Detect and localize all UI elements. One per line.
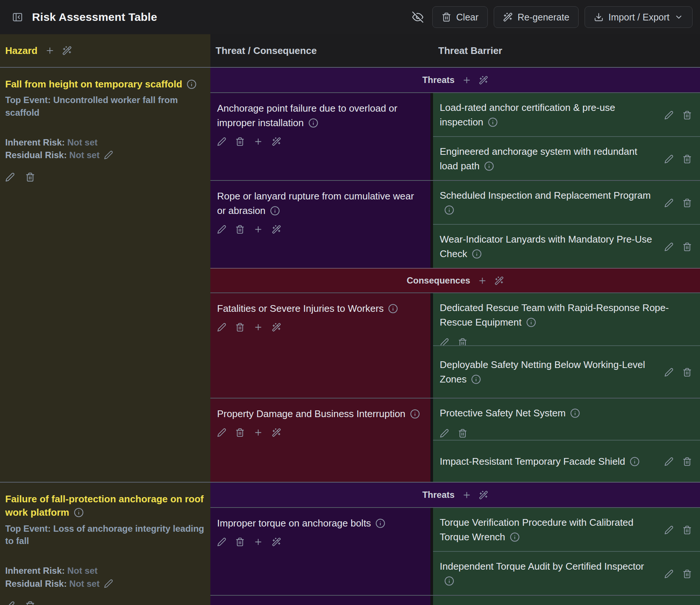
edit-pencil-icon[interactable] [664, 569, 674, 579]
consequence-cell: Fatalities or Severe Injuries to Workers [210, 293, 430, 398]
generate-wand-icon[interactable] [272, 323, 281, 332]
add-barrier-icon[interactable] [254, 137, 263, 146]
delete-hazard-trash-icon[interactable] [25, 172, 35, 182]
delete-trash-icon[interactable] [235, 537, 245, 547]
import-export-button[interactable]: Import / Export [585, 6, 693, 28]
hazard-2-detail-column: Threats Improper torque on anchorage bol… [210, 483, 700, 605]
edit-pencil-icon[interactable] [664, 242, 674, 252]
info-icon[interactable] [74, 508, 84, 518]
barrier-actions [664, 525, 692, 535]
info-icon[interactable] [308, 118, 318, 128]
edit-pencil-icon[interactable] [664, 525, 674, 535]
add-barrier-icon[interactable] [254, 323, 263, 332]
add-threat-icon[interactable] [462, 76, 471, 85]
barrier-stack: Scheduled Inspection and Replacement Pro… [433, 181, 700, 268]
residual-risk-line: Residual Risk: Not set [5, 149, 204, 162]
info-icon[interactable] [444, 576, 454, 586]
edit-risk-pencil-icon[interactable] [104, 150, 113, 160]
info-icon[interactable] [270, 206, 280, 216]
inherent-risk-line: Inherent Risk: Not set [5, 136, 204, 149]
edit-pencil-icon[interactable] [664, 457, 674, 466]
info-icon[interactable] [510, 532, 520, 542]
delete-trash-icon[interactable] [682, 525, 692, 535]
info-icon[interactable] [375, 518, 385, 528]
info-icon[interactable] [472, 249, 482, 259]
barrier-text: Torque Verification Procedure with Calib… [440, 517, 633, 542]
delete-trash-icon[interactable] [682, 242, 692, 252]
threat-group: Fatigue cracking of stainless-steel anch… [210, 595, 700, 605]
delete-trash-icon[interactable] [458, 429, 467, 438]
generate-threat-wand-icon[interactable] [479, 76, 488, 85]
add-threat-icon[interactable] [462, 490, 471, 500]
info-icon[interactable] [410, 409, 420, 419]
delete-trash-icon[interactable] [235, 137, 245, 146]
regenerate-button[interactable]: Re-generate [494, 6, 579, 28]
barrier-cell: Scheduled Inspection and Replacement Pro… [433, 181, 700, 224]
add-barrier-icon[interactable] [254, 225, 263, 234]
consequence-cell: Property Damage and Business Interruptio… [210, 398, 430, 482]
edit-hazard-pencil-icon[interactable] [5, 172, 15, 182]
add-consequence-icon[interactable] [478, 276, 487, 285]
barrier-actions [664, 457, 692, 466]
barrier-actions [440, 429, 692, 438]
generate-wand-icon[interactable] [272, 137, 281, 146]
edit-pencil-icon[interactable] [664, 111, 674, 120]
generate-consequence-wand-icon[interactable] [494, 276, 504, 285]
edit-pencil-icon[interactable] [217, 428, 226, 437]
edit-risk-pencil-icon[interactable] [104, 579, 113, 588]
risk-summary: Inherent Risk: Not set Residual Risk: No… [5, 564, 204, 590]
add-barrier-icon[interactable] [254, 428, 263, 437]
threats-section-header: Threats [210, 483, 700, 507]
threats-section-label: Threats [422, 490, 455, 500]
info-icon[interactable] [187, 79, 197, 89]
info-icon[interactable] [570, 408, 580, 418]
edit-pencil-icon[interactable] [664, 198, 674, 208]
barrier-cell: Deployable Safety Netting Below Working-… [433, 345, 700, 398]
edit-pencil-icon[interactable] [664, 368, 674, 377]
chevron-down-icon [674, 13, 683, 22]
edit-pencil-icon[interactable] [217, 225, 226, 234]
info-icon[interactable] [488, 117, 498, 127]
delete-trash-icon[interactable] [235, 428, 245, 437]
delete-hazard-trash-icon[interactable] [25, 601, 35, 605]
delete-trash-icon[interactable] [682, 111, 692, 120]
barrier-text: Deployable Safety Netting Below Working-… [440, 359, 645, 385]
info-icon[interactable] [444, 205, 454, 215]
add-hazard-icon[interactable] [45, 46, 55, 55]
info-icon[interactable] [484, 161, 494, 171]
threat-text: Rope or lanyard rupture from cumulative … [217, 191, 414, 216]
edit-pencil-icon[interactable] [217, 537, 226, 547]
eye-off-icon[interactable] [409, 9, 426, 26]
delete-trash-icon[interactable] [235, 323, 245, 332]
delete-trash-icon[interactable] [682, 368, 692, 377]
delete-trash-icon[interactable] [682, 569, 692, 579]
hazard-title: Failure of fall-protection anchorage on … [5, 492, 204, 519]
barrier-cell: Wear-Indicator Lanyards with Mandatory P… [433, 224, 700, 268]
generate-hazard-wand-icon[interactable] [62, 46, 72, 55]
edit-pencil-icon[interactable] [664, 154, 674, 164]
generate-wand-icon[interactable] [272, 537, 281, 547]
generate-wand-icon[interactable] [272, 428, 281, 437]
threat-consequence-column-label: Threat / Consequence [210, 34, 433, 67]
info-icon[interactable] [471, 374, 481, 384]
edit-pencil-icon[interactable] [440, 429, 449, 438]
delete-trash-icon[interactable] [682, 198, 692, 208]
edit-pencil-icon[interactable] [217, 137, 226, 146]
info-icon[interactable] [630, 457, 640, 467]
download-icon [594, 12, 604, 22]
delete-trash-icon[interactable] [682, 154, 692, 164]
generate-threat-wand-icon[interactable] [479, 490, 488, 500]
barrier-text: Impact-Resistant Temporary Facade Shield [440, 456, 625, 467]
info-icon[interactable] [526, 317, 536, 327]
clear-button[interactable]: Clear [432, 6, 488, 28]
edit-pencil-icon[interactable] [217, 323, 226, 332]
edit-hazard-pencil-icon[interactable] [5, 601, 15, 605]
panel-collapse-icon[interactable] [12, 12, 23, 23]
delete-trash-icon[interactable] [682, 457, 692, 466]
generate-wand-icon[interactable] [272, 225, 281, 234]
delete-trash-icon[interactable] [235, 225, 245, 234]
inherent-risk-line: Inherent Risk: Not set [5, 564, 204, 577]
hazard-cell-2: Failure of fall-protection anchorage on … [0, 483, 210, 605]
add-barrier-icon[interactable] [254, 537, 263, 547]
info-icon[interactable] [388, 304, 398, 314]
